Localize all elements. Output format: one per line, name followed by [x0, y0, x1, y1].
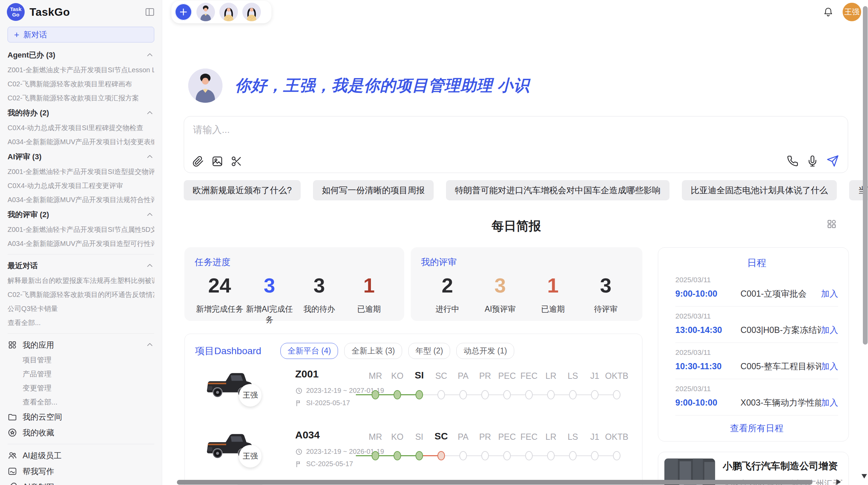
- conversation-avatar[interactable]: [242, 3, 261, 21]
- suggestion-chip[interactable]: 特朗普可能对进口汽车增税会对中国车企造成哪些影响: [446, 180, 670, 200]
- chevron-up-icon[interactable]: [145, 109, 154, 117]
- sidebar-item[interactable]: C02-飞腾新能源轻客改款项目立项汇报方案: [8, 91, 154, 105]
- conversation-avatar[interactable]: [196, 3, 215, 21]
- dashboard-title: 项目Dashboard: [195, 345, 261, 358]
- sidebar-section-agent-done[interactable]: Agent已办 (3): [8, 47, 154, 63]
- chevron-up-icon[interactable]: [145, 152, 154, 161]
- view-all-schedule-link[interactable]: 查看所有日程: [675, 422, 838, 434]
- app-item-product-mgmt[interactable]: 产品管理: [8, 367, 154, 381]
- suggestion-chip[interactable]: 如何写一份清晰的项目周报: [313, 180, 434, 200]
- apps-view-all[interactable]: 查看全部...: [8, 395, 154, 409]
- milestone-dot-si[interactable]: [415, 390, 423, 399]
- milestone-dot-sc[interactable]: [437, 451, 445, 460]
- user-avatar[interactable]: 王强: [843, 3, 861, 21]
- app-item-change-mgmt[interactable]: 变更管理: [8, 381, 154, 395]
- milestone-dot-pa[interactable]: [459, 451, 467, 460]
- new-chat-button[interactable]: + 新对话: [8, 27, 154, 42]
- app-item-project-mgmt[interactable]: 项目管理: [8, 353, 154, 367]
- milestone-dot-sc[interactable]: [437, 390, 445, 399]
- milestone-dot-lr[interactable]: [547, 390, 555, 399]
- scroll-right-arrow[interactable]: [836, 479, 841, 485]
- chat-input[interactable]: [192, 123, 741, 147]
- join-meeting-link[interactable]: 加入: [821, 324, 838, 336]
- milestone-dot-lr[interactable]: [547, 451, 555, 460]
- sidebar-item[interactable]: A034-全新新能源MUV产品开发项目计划变更表编写: [8, 135, 154, 149]
- milestone-dot-pr[interactable]: [481, 390, 489, 399]
- project-code[interactable]: Z001: [295, 368, 318, 380]
- milestone-dot-j1[interactable]: [591, 390, 599, 399]
- scroll-down-arrow[interactable]: [861, 474, 867, 478]
- milestone-dot-pec[interactable]: [503, 390, 511, 399]
- sidebar-item[interactable]: A034-全新新能源MUV产品开发项目造型可行性评审: [8, 237, 154, 251]
- sidebar-section-ai-review[interactable]: AI评审 (3): [8, 149, 154, 165]
- milestone-connector: [379, 394, 394, 395]
- milestone-dot-mr[interactable]: [372, 451, 379, 460]
- recent-chat-item[interactable]: 解释最新出台的欧盟报废车法规再生塑料比例被调至15%...: [8, 274, 154, 288]
- filter-chip-new-body[interactable]: 全新上装 (3): [344, 343, 402, 359]
- conversation-avatar[interactable]: [219, 3, 238, 21]
- insert-image-icon[interactable]: [212, 156, 223, 167]
- join-meeting-link[interactable]: 加入: [821, 288, 838, 299]
- sidebar-item[interactable]: C0X4-动力总成开发项目工程变更评审: [8, 179, 154, 193]
- chevron-up-icon[interactable]: [145, 51, 154, 60]
- suggestion-chip[interactable]: 比亚迪全固态电池计划具体说了什么: [682, 180, 837, 200]
- sidebar-item-cloud-space[interactable]: 我的云空间: [8, 409, 154, 425]
- suggestion-chip[interactable]: 欧洲新规最近颁布了什么?: [184, 180, 301, 200]
- logo-text-top: Task: [10, 7, 21, 12]
- milestone-dot-ls[interactable]: [569, 451, 577, 460]
- layout-grid-icon[interactable]: [826, 219, 837, 229]
- sidebar-section-my-review[interactable]: 我的评审 (2): [8, 207, 154, 223]
- recent-chat-item[interactable]: 公司Q3轻卡销量: [8, 302, 154, 316]
- chevron-up-icon[interactable]: [145, 210, 154, 219]
- milestone-dot-si[interactable]: [415, 451, 423, 460]
- milestone-dot-ko[interactable]: [394, 451, 401, 460]
- sidebar-item[interactable]: A034-全新新能源MUV产品开发项目法规符合性评审: [8, 193, 154, 207]
- milestone-dot-pr[interactable]: [481, 451, 489, 460]
- sidebar-item[interactable]: Z001-全新燃油轻卡产品开发项目SI节点属性5D文件评审: [8, 223, 154, 237]
- milestone-dot-j1[interactable]: [591, 451, 599, 460]
- sidebar-item-favorites[interactable]: 我的收藏: [8, 425, 154, 440]
- sidebar-item[interactable]: Z001-全新燃油轻卡产品开发项目SI造型提交物评审: [8, 165, 154, 179]
- attach-file-icon[interactable]: [192, 156, 204, 167]
- sidebar-section-my-todo[interactable]: 我的待办 (2): [8, 105, 154, 121]
- notifications-bell-icon[interactable]: [823, 7, 834, 17]
- filter-chip-model-year[interactable]: 年型 (2): [408, 343, 450, 359]
- vertical-scrollbar[interactable]: [863, 6, 868, 345]
- microphone-icon[interactable]: [807, 155, 818, 167]
- sidebar-item-my-apps[interactable]: 我的应用: [8, 337, 154, 353]
- milestone-dot-ko[interactable]: [394, 390, 401, 399]
- sidebar-item-ai-super-staff[interactable]: AI超级员工: [8, 448, 154, 463]
- project-code[interactable]: A034: [295, 429, 320, 441]
- milestone-dot-oktb[interactable]: [613, 451, 620, 460]
- recent-view-all[interactable]: 查看全部...: [8, 316, 154, 330]
- milestone-dot-pa[interactable]: [459, 390, 467, 399]
- screenshot-scissors-icon[interactable]: [231, 156, 242, 167]
- send-icon[interactable]: [827, 155, 839, 167]
- daily-briefing-title: 每日简报: [184, 218, 849, 235]
- recent-chat-item[interactable]: C02-飞腾新能源轻客改款项目的闭环通告反馈情况: [8, 288, 154, 302]
- chevron-up-icon[interactable]: [145, 340, 154, 349]
- filter-chip-new-platform[interactable]: 全新平台 (4): [280, 343, 338, 359]
- voice-call-icon[interactable]: [787, 155, 798, 167]
- milestone-dot-mr[interactable]: [372, 390, 379, 399]
- sidebar-item-creative-drawing[interactable]: 创意制图: [8, 479, 154, 485]
- sidebar-collapse-icon[interactable]: [145, 7, 155, 17]
- chevron-up-icon[interactable]: [145, 261, 154, 270]
- milestone-dot-fec[interactable]: [525, 390, 533, 399]
- new-conversation-button[interactable]: [175, 3, 192, 21]
- milestone-dot-pec[interactable]: [503, 451, 511, 460]
- sidebar-item[interactable]: C02-飞腾新能源轻客改款项目里程碑画布: [8, 77, 154, 91]
- sidebar-item[interactable]: Z001-全新燃油皮卡产品开发项目SI节点Lesson Learn报告: [8, 63, 154, 77]
- milestone-dot-fec[interactable]: [525, 451, 533, 460]
- schedule-meeting-name: X003-车辆动力学性能验...: [740, 397, 821, 408]
- filter-chip-powertrain[interactable]: 动总开发 (1): [456, 343, 514, 359]
- sidebar-item-help-me-write[interactable]: 帮我写作: [8, 463, 154, 479]
- horizontal-scrollbar[interactable]: [177, 480, 812, 485]
- sidebar-section-recent[interactable]: 最近对话: [8, 258, 154, 274]
- join-meeting-link[interactable]: 加入: [821, 361, 838, 372]
- milestone-dot-oktb[interactable]: [613, 390, 620, 399]
- sidebar-item[interactable]: C0X4-动力总成开发项目SI里程碑提交物检查: [8, 121, 154, 135]
- milestone-dot-ls[interactable]: [569, 390, 577, 399]
- suggestion-chips: 欧洲新规最近颁布了什么? 如何写一份清晰的项目周报 特朗普可能对进口汽车增税会对…: [184, 180, 851, 200]
- join-meeting-link[interactable]: 加入: [821, 397, 838, 408]
